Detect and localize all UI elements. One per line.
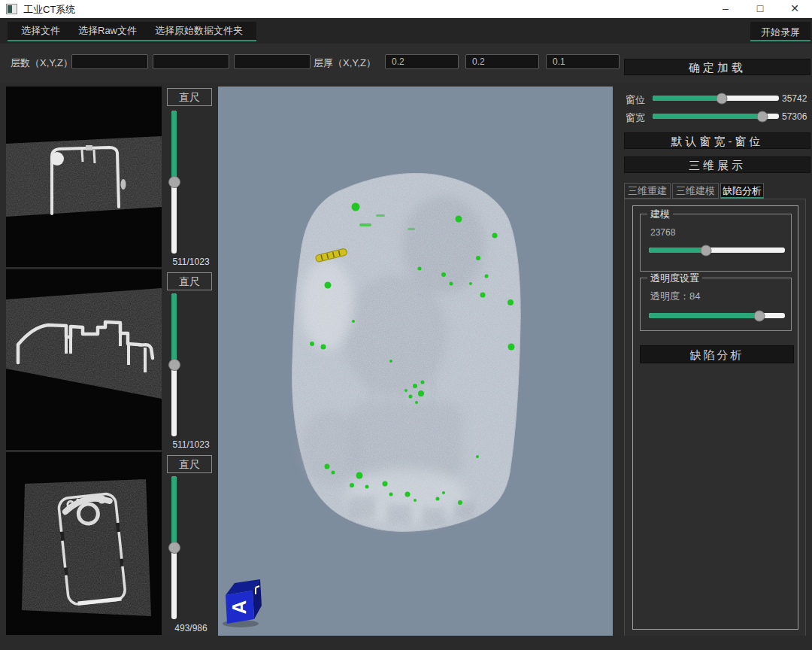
ct-slice-image-top[interactable]: [6, 87, 162, 267]
slice-slider-2-handle[interactable]: [168, 359, 180, 371]
opacity-slider[interactable]: [649, 313, 785, 318]
viewer-logo-cube: A: [223, 579, 262, 627]
confirm-load-button[interactable]: 确定加载: [624, 59, 810, 75]
3d-viewport[interactable]: A: [218, 87, 613, 636]
select-file-button[interactable]: 选择文件: [12, 22, 69, 40]
opacity-slider-fill: [649, 313, 759, 318]
ruler-button-2[interactable]: 直尺: [167, 272, 212, 290]
slice-slider-2-fill: [171, 293, 177, 365]
opacity-value-label: 透明度：84: [650, 290, 700, 303]
ct-slice-bottom-render: [6, 452, 162, 635]
logo-letter: A: [228, 600, 250, 614]
window-width-label: 窗宽: [626, 111, 645, 125]
modeling-slider-handle[interactable]: [701, 245, 712, 256]
opacity-groupbox: 透明度设置 透明度：84: [640, 278, 792, 331]
slice-position-2: 511/1023: [164, 439, 218, 450]
modeling-group-title: 建模: [647, 208, 673, 221]
select-folder-button[interactable]: 选择原始数据文件夹: [146, 22, 252, 40]
window-width-fill: [653, 114, 762, 119]
slice-slider-1-handle[interactable]: [168, 176, 180, 188]
tab-3d-modeling[interactable]: 三维建模: [672, 183, 719, 199]
ct-slice-middle-render: [6, 269, 162, 450]
bottom-strip: [0, 636, 812, 650]
thickness-x-input[interactable]: [385, 54, 459, 69]
window-level-slider[interactable]: [653, 96, 779, 101]
slice-position-3: 493/986: [164, 623, 218, 633]
ct-slice-image-middle[interactable]: [6, 269, 162, 450]
ruler-button-1[interactable]: 直尺: [167, 88, 212, 106]
3d-model-render: A: [218, 87, 613, 636]
window-width-value: 57306: [782, 111, 812, 122]
modeling-slider[interactable]: [649, 248, 785, 253]
slice-slider-1[interactable]: [171, 111, 177, 254]
window-level-fill: [653, 96, 722, 101]
slice-slider-3-handle[interactable]: [168, 542, 180, 554]
start-record-button[interactable]: 开始录屏: [750, 22, 810, 41]
tab-3d-reconstruction[interactable]: 三维重建: [624, 183, 671, 199]
modeling-groupbox: 建模 23768: [640, 214, 792, 272]
window-level-label: 窗位: [626, 93, 645, 107]
file-button-group: 选择文件 选择Raw文件 选择原始数据文件夹: [8, 22, 256, 41]
ruler-button-3[interactable]: 直尺: [167, 455, 212, 473]
modeling-slider-fill: [649, 248, 706, 253]
layers-y-input[interactable]: [153, 54, 229, 69]
toolbar: 选择文件 选择Raw文件 选择原始数据文件夹 开始录屏: [0, 18, 812, 44]
slice-slider-3[interactable]: [171, 476, 177, 619]
thickness-label: 层厚（X,Y,Z）: [314, 56, 376, 70]
minimize-button[interactable]: –: [708, 0, 743, 18]
layers-x-input[interactable]: [71, 54, 148, 69]
title-bar: 工业CT系统 – □ ✕: [0, 0, 812, 18]
thickness-y-input[interactable]: [465, 54, 539, 69]
ct-slice-image-bottom[interactable]: [6, 452, 162, 635]
select-raw-button[interactable]: 选择Raw文件: [69, 22, 146, 40]
defect-analysis-button[interactable]: 缺陷分析: [640, 345, 794, 363]
display-3d-button[interactable]: 三维展示: [624, 156, 810, 173]
tab-defect-analysis[interactable]: 缺陷分析: [720, 183, 764, 199]
layers-label: 层数（X,Y,Z）: [11, 56, 73, 70]
opacity-group-title: 透明度设置: [647, 272, 702, 285]
maximize-button[interactable]: □: [743, 0, 777, 18]
slice-slider-3-fill: [171, 476, 177, 548]
default-window-button[interactable]: 默认窗宽-窗位: [624, 132, 810, 149]
modeling-value: 23768: [650, 227, 675, 238]
slice-slider-1-fill: [171, 111, 177, 182]
opacity-slider-handle[interactable]: [753, 310, 765, 321]
slice-slider-2[interactable]: [171, 293, 177, 436]
app-icon: [6, 4, 17, 14]
layers-z-input[interactable]: [234, 54, 311, 69]
window-width-handle[interactable]: [757, 111, 768, 122]
ct-slice-top-render: [6, 87, 162, 267]
thickness-z-input[interactable]: [546, 54, 620, 69]
close-button[interactable]: ✕: [777, 0, 812, 18]
slice-position-1: 511/1023: [164, 257, 218, 267]
window-level-handle[interactable]: [717, 93, 728, 104]
window-level-value: 35742: [782, 93, 812, 104]
window-width-slider[interactable]: [653, 114, 779, 119]
window-title: 工业CT系统: [23, 3, 75, 17]
